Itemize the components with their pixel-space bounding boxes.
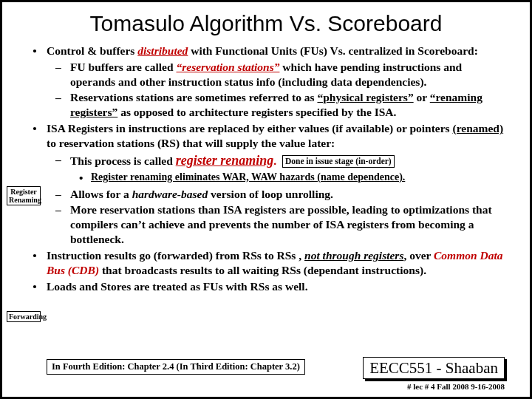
bullet-2-3: – More reservation stations than ISA reg… <box>55 202 509 246</box>
bullet-2-2: – Allows for a hardware-based version of… <box>55 187 509 202</box>
dash: – <box>55 152 70 169</box>
dash: – <box>55 187 70 202</box>
bullet-text: Allows for a hardware-based version of l… <box>70 187 509 202</box>
bullet-text: Loads and Stores are treated as FUs with… <box>47 279 509 294</box>
bullet-1: • Control & buffers distributed with Fun… <box>23 44 509 58</box>
bullet-dot: • <box>23 248 47 278</box>
bullet-text: More reservation stations than ISA regis… <box>70 202 509 246</box>
bullet-text: FU buffers are called “reservation stati… <box>70 60 509 89</box>
bullet-1-2: – Reservations stations are sometimes re… <box>55 90 509 120</box>
bullet-text: ISA Registers in instructions are replac… <box>47 121 509 151</box>
bullet-2: • ISA Registers in instructions are repl… <box>23 121 509 151</box>
tag-register-renaming: RegisterRenaming <box>7 186 41 205</box>
slide-title: Tomasulo Algorithm Vs. Scoreboard <box>23 11 509 36</box>
dash: – <box>55 90 70 120</box>
bullet-2-1: – This process is called register renami… <box>55 152 509 169</box>
course-badge: EECC551 - Shaaban <box>363 357 505 379</box>
bullet-dot: • <box>23 279 47 294</box>
dash: – <box>55 60 70 89</box>
bullet-1-1: – FU buffers are called “reservation sta… <box>55 60 509 89</box>
bullet-4: • Loads and Stores are treated as FUs wi… <box>23 279 509 294</box>
bullet-text: Control & buffers distributed with Funct… <box>47 44 509 58</box>
bullet-text: Reservations stations are sometimes refe… <box>70 90 509 120</box>
lecture-info: # lec # 4 Fall 2008 9-16-2008 <box>407 382 505 391</box>
bullet-text: Register renaming eliminates WAR, WAW ha… <box>91 171 509 185</box>
slide: Tomasulo Algorithm Vs. Scoreboard • Cont… <box>0 0 532 399</box>
bullet-3: • Instruction results go (forwarded) fro… <box>23 248 509 278</box>
bullet-dot: • <box>23 44 47 58</box>
bullet-dot: • <box>23 121 47 151</box>
edition-reference: In Fourth Edition: Chapter 2.4 (In Third… <box>47 359 305 375</box>
tag-forwarding: Forwarding <box>7 311 41 322</box>
bullet-2-1-1: • Register renaming eliminates WAR, WAW … <box>79 171 509 185</box>
bullet-dot: • <box>79 171 91 185</box>
content-body: • Control & buffers distributed with Fun… <box>23 44 509 293</box>
issue-note: Done in issue stage (in-order) <box>282 155 395 168</box>
dash: – <box>55 202 70 246</box>
bullet-text: This process is called register renaming… <box>70 152 509 169</box>
bullet-text: Instruction results go (forwarded) from … <box>47 248 509 278</box>
